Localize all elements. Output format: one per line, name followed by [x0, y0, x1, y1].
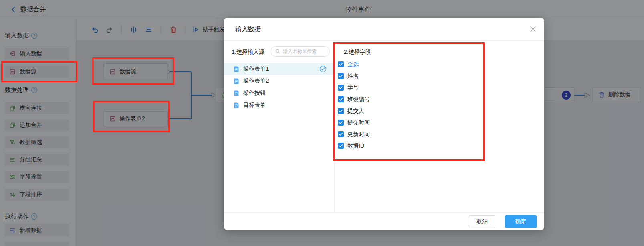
checkbox-checked-icon[interactable]	[338, 85, 344, 91]
selected-check-icon	[319, 65, 327, 73]
document-icon	[234, 90, 239, 96]
checkbox-checked-icon[interactable]	[338, 96, 344, 102]
checkbox-checked-icon[interactable]	[338, 61, 344, 67]
source-item-action-form-2[interactable]: 操作表单2	[224, 75, 334, 87]
checkbox-checked-icon[interactable]	[338, 131, 344, 137]
search-box[interactable]	[271, 46, 330, 57]
field-list: 全选 姓名 学号 班级编号 提交人 提交时间	[338, 59, 370, 152]
source-item-action-button[interactable]: 操作按钮	[224, 87, 334, 99]
field-row[interactable]: 姓名	[338, 70, 370, 82]
search-input[interactable]	[283, 49, 323, 54]
field-row[interactable]: 学号	[338, 82, 370, 94]
modal-header: 输入数据	[224, 18, 544, 41]
field-row[interactable]: 提交时间	[338, 117, 370, 128]
modal-footer: 取消 确定	[224, 212, 544, 230]
step2-label: 2.选择字段	[344, 49, 371, 56]
document-icon	[234, 102, 239, 108]
input-data-modal: 输入数据 1.选择输入源 操作表单1 操作表单2	[224, 18, 544, 230]
modal-title: 输入数据	[235, 18, 261, 41]
field-row[interactable]: 提交人	[338, 105, 370, 117]
app-window: 数据合并 控件事件 输入数据 ? 输入数据 数据源 数据处理 ?	[0, 0, 644, 246]
document-icon	[234, 78, 239, 84]
step1-label: 1.选择输入源	[232, 49, 264, 56]
document-icon	[234, 66, 239, 72]
source-list: 操作表单1 操作表单2 操作按钮 目标表单	[224, 63, 334, 111]
checkbox-checked-icon[interactable]	[338, 73, 344, 79]
source-item-target-form[interactable]: 目标表单	[224, 99, 334, 111]
checkbox-checked-icon[interactable]	[338, 108, 344, 114]
cancel-button[interactable]: 取消	[469, 215, 495, 228]
column-divider	[334, 41, 335, 212]
search-icon	[275, 49, 281, 54]
checkbox-checked-icon[interactable]	[338, 143, 344, 149]
source-item-action-form-1[interactable]: 操作表单1	[224, 63, 334, 75]
checkbox-checked-icon[interactable]	[338, 120, 344, 126]
field-row[interactable]: 更新时间	[338, 128, 370, 140]
close-button[interactable]	[529, 25, 537, 34]
field-row[interactable]: 班级编号	[338, 94, 370, 105]
field-row[interactable]: 数据ID	[338, 140, 370, 152]
confirm-button[interactable]: 确定	[505, 215, 537, 228]
field-select-all[interactable]: 全选	[338, 59, 370, 70]
close-icon	[530, 26, 536, 33]
